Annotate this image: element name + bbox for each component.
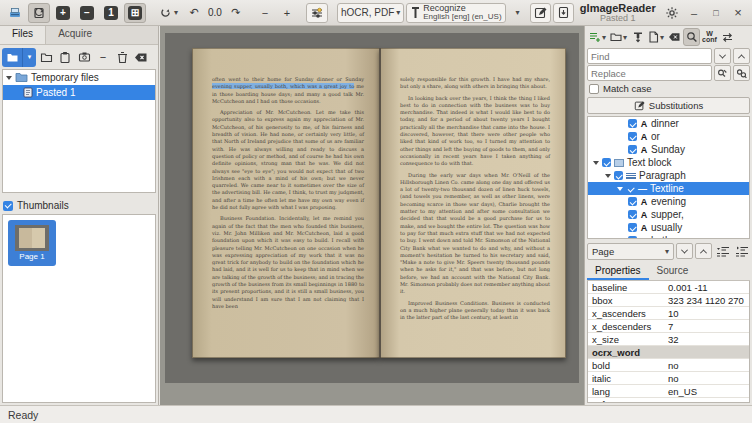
word-icon: A	[640, 132, 648, 142]
page-remove-button[interactable]: −	[255, 3, 275, 23]
word-confidence-toggle[interactable]: Wconf	[700, 28, 719, 46]
window-title-block[interactable]: gImageReader Pasted 1	[576, 2, 660, 24]
minimize-button[interactable]: –	[684, 3, 704, 23]
word-checkbox[interactable]	[628, 197, 637, 206]
expand-all-button[interactable]	[733, 243, 750, 259]
expander-icon[interactable]	[617, 187, 623, 191]
tab-properties[interactable]: Properties	[587, 263, 649, 280]
property-row-x-ascenders[interactable]: x_ascenders10	[588, 307, 749, 320]
tree-row-pasted-1[interactable]: Pasted 1	[3, 85, 155, 100]
expander-icon[interactable]	[6, 76, 12, 80]
image-controls-button[interactable]	[306, 3, 328, 23]
match-case-checkbox[interactable]	[589, 84, 599, 94]
property-row-italic[interactable]: italicno	[588, 372, 749, 385]
batch-export-button[interactable]	[553, 3, 574, 23]
close-button[interactable]: ×	[728, 3, 748, 23]
next-item-button[interactable]	[676, 243, 693, 259]
zoom-in-button[interactable]: +	[52, 3, 74, 23]
replace-button[interactable]	[714, 65, 731, 81]
rotate-cw-button[interactable]: ↷	[226, 3, 246, 23]
property-row-x-font[interactable]: x_font	[588, 398, 749, 403]
maximize-button[interactable]: □	[706, 3, 726, 23]
property-row-bold[interactable]: boldno	[588, 359, 749, 372]
selected-textline-highlight[interactable]: evening supper, usually both, which was …	[212, 83, 354, 89]
expander-icon[interactable]	[605, 174, 611, 178]
tree-word-evening[interactable]: Aevening	[588, 195, 749, 208]
clear-output-button[interactable]	[666, 28, 683, 46]
paste-button[interactable]	[56, 48, 74, 66]
tab-files[interactable]: Files	[0, 26, 46, 44]
zoom-out-button[interactable]: −	[76, 3, 98, 23]
paragraph-checkbox[interactable]	[614, 171, 623, 180]
property-row-bbox[interactable]: bbox323 234 1120 270	[588, 294, 749, 307]
open-image-split-button[interactable]: ▾	[2, 48, 36, 67]
target-select[interactable]: Page ▾	[587, 243, 674, 260]
property-row-lang[interactable]: langen_US	[588, 385, 749, 398]
scanner-source-button[interactable]	[4, 3, 26, 23]
word-checkbox[interactable]	[628, 145, 637, 154]
open-folder-button[interactable]	[37, 48, 55, 66]
remove-source-button[interactable]: −	[94, 48, 112, 66]
delete-source-button[interactable]	[113, 48, 131, 66]
zoom-original-button[interactable]: 1	[100, 3, 122, 23]
minus-icon: −	[100, 51, 106, 63]
prev-item-button[interactable]	[695, 243, 712, 259]
manage-languages-button[interactable]	[530, 3, 551, 23]
tree-row-paragraph[interactable]: Paragraph	[588, 169, 749, 182]
word-checkbox[interactable]	[628, 223, 637, 232]
textline-checkbox[interactable]	[626, 184, 635, 193]
rotate-mode-dropdown[interactable]: ▾	[155, 3, 182, 23]
book-image[interactable]: often went to their home for Sunday dinn…	[192, 48, 566, 358]
gimagereader-window: + − 1 ⊞ ▾ ↶ 0.0 ↷ − + hOCR, PDF ▾ Recogn…	[0, 0, 752, 423]
rotate-page-mode-button[interactable]	[28, 3, 50, 23]
right-page-paragraph-4: Improved Business Conditions. Business i…	[400, 300, 550, 322]
tree-word-supper[interactable]: Asupper,	[588, 208, 749, 221]
rotate-ccw-button[interactable]: ↶	[184, 3, 204, 23]
clear-sources-button[interactable]	[132, 48, 150, 66]
preferences-button[interactable]	[662, 3, 682, 23]
open-hocr-button[interactable]: ▾	[608, 28, 629, 46]
save-hocr-button[interactable]	[629, 28, 646, 46]
thumbnails-checkbox[interactable]	[3, 201, 13, 211]
property-row-x-descenders[interactable]: x_descenders7	[588, 320, 749, 333]
output-mode-dropdown[interactable]: hOCR, PDF ▾	[337, 3, 404, 23]
tree-row-temporary-files[interactable]: Temporary files	[3, 70, 155, 85]
block-checkbox[interactable]	[602, 158, 611, 167]
tree-word-usually[interactable]: Ausually	[588, 221, 749, 234]
word-checkbox[interactable]	[628, 210, 637, 219]
collapse-all-button[interactable]	[714, 243, 731, 259]
replace-all-button[interactable]	[733, 65, 750, 81]
find-prev-button[interactable]	[733, 48, 750, 64]
word-icon: A	[640, 197, 648, 207]
rotation-value[interactable]: 0.0	[206, 7, 224, 18]
tab-source[interactable]: Source	[649, 263, 697, 280]
find-next-button[interactable]	[714, 48, 731, 64]
tree-word-sunday[interactable]: ASunday	[588, 143, 749, 156]
page-add-button[interactable]: +	[277, 3, 297, 23]
recognize-language-dropdown[interactable]: ▾	[508, 3, 528, 23]
tree-word-dinner[interactable]: Adinner	[588, 117, 749, 130]
tab-acquire[interactable]: Acquire	[46, 26, 104, 44]
property-row-x-size[interactable]: x_size32	[588, 333, 749, 346]
document-canvas[interactable]: often went to their home for Sunday dinn…	[160, 26, 584, 405]
tree-row-textline[interactable]: —Textline	[588, 182, 749, 195]
recognize-button[interactable]: Recognize English [eng] (en_US)	[406, 3, 505, 23]
zoom-fit-button[interactable]: ⊞	[124, 3, 146, 23]
substitutions-settings-button[interactable]	[719, 28, 736, 46]
replace-icon	[717, 68, 728, 79]
word-checkbox[interactable]	[628, 132, 637, 141]
thumbnail-page-1[interactable]: Page 1	[8, 220, 56, 266]
screenshot-button[interactable]	[75, 48, 93, 66]
insert-mode-button[interactable]: ▾	[587, 28, 608, 46]
replace-input[interactable]	[587, 65, 712, 81]
property-row-baseline[interactable]: baseline0.001 -11	[588, 281, 749, 294]
find-input[interactable]	[587, 48, 712, 64]
word-checkbox[interactable]	[628, 119, 637, 128]
open-image-dropdown[interactable]: ▾	[22, 48, 36, 67]
export-output-button[interactable]: ▾	[646, 28, 666, 46]
tree-word-or[interactable]: Aor	[588, 130, 749, 143]
expander-icon[interactable]	[593, 161, 599, 165]
find-replace-toggle[interactable]	[683, 28, 700, 46]
substitutions-button[interactable]: Substitutions	[587, 97, 750, 114]
tree-row-text-block[interactable]: Text block	[588, 156, 749, 169]
